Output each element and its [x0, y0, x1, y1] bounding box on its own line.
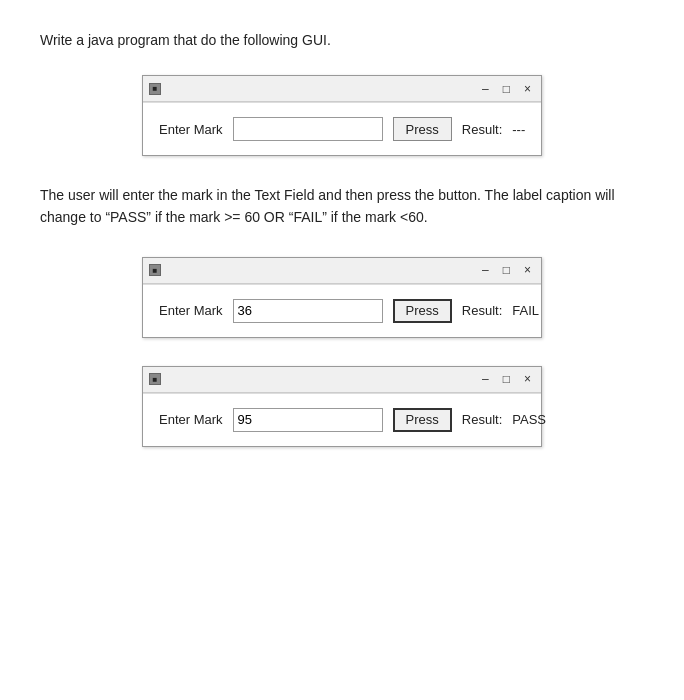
- instruction-top: Write a java program that do the followi…: [40, 30, 644, 51]
- mark-input-1[interactable]: [233, 117, 383, 141]
- titlebar-left-fail: ■: [149, 264, 161, 276]
- window-icon-pass: ■: [149, 373, 161, 385]
- close-button[interactable]: ×: [520, 83, 535, 95]
- window-pass: ■ – □ × Enter Mark Press Result: PASS: [142, 366, 542, 447]
- titlebar-left: ■: [149, 83, 161, 95]
- press-button-2[interactable]: Press: [393, 299, 452, 323]
- press-button-1[interactable]: Press: [393, 117, 452, 141]
- press-button-3[interactable]: Press: [393, 408, 452, 432]
- close-button-fail[interactable]: ×: [520, 264, 535, 276]
- minimize-button-fail[interactable]: –: [478, 264, 493, 276]
- window-controls-pass[interactable]: – □ ×: [478, 373, 535, 385]
- window-fail: ■ – □ × Enter Mark Press Result: FAIL: [142, 257, 542, 338]
- titlebar-left-pass: ■: [149, 373, 161, 385]
- maximize-button[interactable]: □: [499, 83, 514, 95]
- window-empty: ■ – □ × Enter Mark Press Result: ---: [142, 75, 542, 156]
- enter-mark-label-3: Enter Mark: [159, 412, 223, 427]
- result-label-2: Result:: [462, 303, 502, 318]
- instruction-mid: The user will enter the mark in the Text…: [40, 184, 644, 229]
- result-value-3: PASS: [512, 412, 546, 427]
- close-button-pass[interactable]: ×: [520, 373, 535, 385]
- enter-mark-label-1: Enter Mark: [159, 122, 223, 137]
- titlebar-fail: ■ – □ ×: [143, 258, 541, 284]
- window-body-pass: Enter Mark Press Result: PASS: [143, 393, 541, 446]
- result-label-3: Result:: [462, 412, 502, 427]
- minimize-button-pass[interactable]: –: [478, 373, 493, 385]
- maximize-button-fail[interactable]: □: [499, 264, 514, 276]
- result-value-2: FAIL: [512, 303, 539, 318]
- result-value-1: ---: [512, 122, 525, 137]
- titlebar-empty: ■ – □ ×: [143, 76, 541, 102]
- result-label-1: Result:: [462, 122, 502, 137]
- window-body-empty: Enter Mark Press Result: ---: [143, 102, 541, 155]
- window-icon-fail: ■: [149, 264, 161, 276]
- mark-input-2[interactable]: [233, 299, 383, 323]
- window-controls-fail[interactable]: – □ ×: [478, 264, 535, 276]
- window-icon: ■: [149, 83, 161, 95]
- titlebar-pass: ■ – □ ×: [143, 367, 541, 393]
- window-body-fail: Enter Mark Press Result: FAIL: [143, 284, 541, 337]
- maximize-button-pass[interactable]: □: [499, 373, 514, 385]
- minimize-button[interactable]: –: [478, 83, 493, 95]
- mark-input-3[interactable]: [233, 408, 383, 432]
- enter-mark-label-2: Enter Mark: [159, 303, 223, 318]
- window-controls[interactable]: – □ ×: [478, 83, 535, 95]
